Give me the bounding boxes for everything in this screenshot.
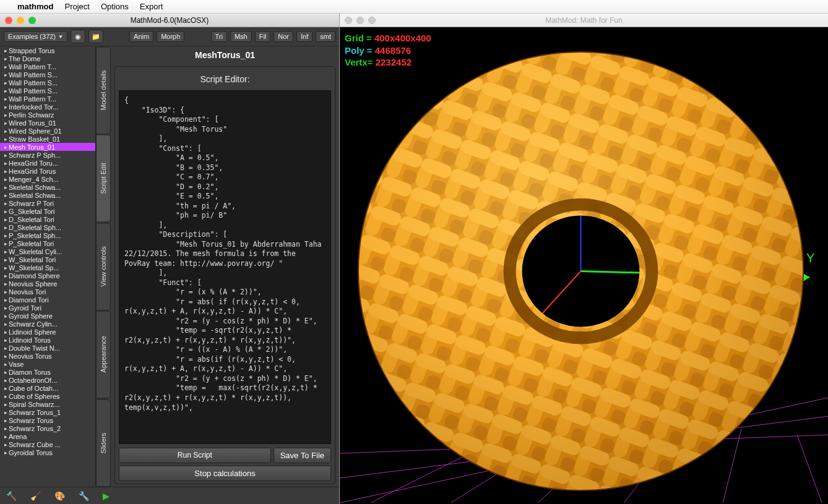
svg-line-14 — [797, 435, 822, 503]
script-editor[interactable]: { "Iso3D": { "Component": [ "Mesh Torus"… — [119, 90, 331, 444]
menu-export[interactable]: Export — [140, 2, 163, 11]
nor-button[interactable]: Nor — [274, 31, 293, 42]
tree-item[interactable]: ▸Strapped Torus — [0, 46, 95, 54]
tree-item[interactable]: ▸Neovius Sphere — [0, 280, 95, 288]
tree-item[interactable]: ▸Wired Sphere_01 — [0, 127, 95, 135]
side-tab[interactable]: Script Edit — [96, 134, 111, 222]
folder-icon[interactable]: 📁 — [88, 30, 103, 43]
tree-item[interactable]: ▸Wall Pattern S... — [0, 79, 95, 87]
script-panel: Script Editor: { "Iso3D": { "Component":… — [114, 66, 335, 484]
tree-item[interactable]: ▸Diamond Sphere — [0, 271, 95, 280]
tree-item[interactable]: ▸Arena — [0, 432, 95, 440]
tree-item[interactable]: ▸Schwarz Torus — [0, 416, 95, 424]
tree-item[interactable]: ▸P_Skeletal Sph... — [0, 231, 95, 239]
tree-item[interactable]: ▸Gyroid Sphere — [0, 312, 95, 320]
minimize-icon[interactable] — [356, 17, 364, 24]
tree-item[interactable]: ▸Cube of Spheres — [0, 392, 95, 400]
render-window: MathMod: Math for Fun Grid = 400x400x400… — [339, 14, 828, 504]
tree-item[interactable]: ▸W_Skeletal Cyli... — [0, 247, 95, 255]
stop-calc-button[interactable]: Stop calculations — [119, 466, 331, 481]
tree-item[interactable]: ▸Schwarz Torus_1 — [0, 408, 95, 416]
zoom-icon[interactable] — [28, 17, 36, 24]
side-tab[interactable]: Sliders — [96, 399, 111, 487]
minimize-icon[interactable] — [17, 17, 24, 24]
side-tab[interactable]: View controls — [96, 223, 111, 310]
close-icon[interactable] — [345, 17, 352, 24]
tree-item[interactable]: ▸W_Skeletal Sp... — [0, 263, 95, 271]
tree-item[interactable]: ▸Wall Pattern T... — [0, 62, 95, 70]
hammer-icon[interactable]: 🔨 — [6, 491, 17, 501]
editor-window: MathMod-6.0(MacOSX) Examples (372)▼ ◉ 📁 … — [0, 14, 339, 504]
zoom-icon[interactable] — [368, 17, 376, 24]
tree-item[interactable]: ▸Perlin Schwarz — [0, 111, 95, 119]
torus-render: Y — [340, 27, 828, 503]
refresh-icon[interactable]: ◉ — [71, 30, 85, 43]
tree-item[interactable]: ▸Interlocked Tor... — [0, 103, 95, 111]
render-title: MathMod: Math for Fun — [340, 16, 828, 25]
tree-item[interactable]: ▸G_Skeletal Tori — [0, 207, 95, 215]
save-to-file-button[interactable]: Save To File — [274, 448, 331, 463]
bottom-toolbar: 🔨 🧹 🎨 🔧 ▶ — [0, 487, 339, 504]
tree-item[interactable]: ▸Skeletal Schwa... — [0, 183, 95, 191]
tree-item[interactable]: ▸Skeletal Schwa... — [0, 191, 95, 199]
tree-item[interactable]: ▸Neovius Tori — [0, 288, 95, 296]
menu-options[interactable]: Options — [101, 2, 129, 11]
play-icon[interactable]: ▶ — [103, 491, 110, 501]
fil-button[interactable]: Fil — [255, 31, 271, 42]
tree-item[interactable]: ▸Mesh Torus_01 — [0, 143, 95, 151]
inf-button[interactable]: Inf — [296, 31, 313, 42]
tree-item[interactable]: ▸Neovius Torus — [0, 352, 95, 360]
tree-item[interactable]: ▸Lidinoid Sphere — [0, 328, 95, 336]
menu-project[interactable]: Project — [65, 2, 90, 11]
tree-item[interactable]: ▸Cube of Octah... — [0, 384, 95, 392]
anim-button[interactable]: Anim — [129, 31, 153, 42]
examples-tree[interactable]: ▸Strapped Torus▸The Dome▸Wall Pattern T.… — [0, 46, 96, 487]
tree-item[interactable]: ▸Schwarz Torus_2 — [0, 424, 95, 432]
side-tab[interactable]: Model details — [96, 46, 111, 134]
tree-item[interactable]: ▸The Dome — [0, 54, 95, 62]
side-tabs: Model detailsScript EditView controlsApp… — [96, 46, 111, 487]
svg-point-20 — [358, 52, 803, 490]
tree-item[interactable]: ▸D_Skeletal Tori — [0, 215, 95, 223]
tree-item[interactable]: ▸Schwarz P Sph... — [0, 151, 95, 159]
tree-item[interactable]: ▸Menger_4 Sch... — [0, 175, 95, 183]
tree-item[interactable]: ▸Spiral Schwarz... — [0, 400, 95, 408]
wrench-icon[interactable]: 🔧 — [79, 491, 89, 501]
msh-button[interactable]: Msh — [230, 31, 252, 42]
tree-item[interactable]: ▸Straw Basket_01 — [0, 135, 95, 143]
palette-icon[interactable]: 🎨 — [54, 491, 65, 501]
run-script-button[interactable]: Run Script — [119, 448, 271, 463]
tree-item[interactable]: ▸OctahedronOf... — [0, 376, 95, 384]
tree-item[interactable]: ▸Wall Pattern T... — [0, 95, 95, 103]
morph-button[interactable]: Morph — [157, 31, 184, 42]
tri-button[interactable]: Tri — [211, 31, 227, 42]
tree-item[interactable]: ▸W_Skeletal Tori — [0, 255, 95, 263]
tree-item[interactable]: ▸Vase — [0, 360, 95, 368]
tree-item[interactable]: ▸Gyroidal Torus — [0, 448, 95, 456]
tree-item[interactable]: ▸D_Skeletal Sph... — [0, 223, 95, 231]
top-toolbar: Examples (372)▼ ◉ 📁 Anim Morph Tri Msh F… — [0, 27, 339, 46]
examples-dropdown[interactable]: Examples (372)▼ — [4, 31, 67, 42]
tree-item[interactable]: ▸Diamon Torus — [0, 368, 95, 376]
tree-item[interactable]: ▸Wall Pattern S... — [0, 87, 95, 95]
tree-item[interactable]: ▸Schwarz P Tori — [0, 199, 95, 207]
tree-item[interactable]: ▸P_Skeletal Tori — [0, 239, 95, 247]
tree-item[interactable]: ▸HexaGrid Torus — [0, 167, 95, 175]
brush-icon[interactable]: 🧹 — [30, 491, 41, 501]
tree-item[interactable]: ▸Gyroid Tori — [0, 304, 95, 312]
tree-item[interactable]: ▸HexaGrid Toru... — [0, 159, 95, 167]
render-titlebar: MathMod: Math for Fun — [340, 14, 828, 27]
render-viewport[interactable]: Grid = 400x400x400Poly = 4468576Vertx= 2… — [340, 27, 828, 504]
close-icon[interactable] — [5, 17, 12, 24]
tree-item[interactable]: ▸Diamond Tori — [0, 296, 95, 304]
tree-item[interactable]: ▸Double Twist N... — [0, 344, 95, 352]
tree-item[interactable]: ▸Wired Torus_01 — [0, 119, 95, 127]
tree-item[interactable]: ▸Schwarz Cylin... — [0, 320, 95, 328]
menu-app[interactable]: mathmod — [17, 2, 54, 11]
smt-button[interactable]: smt — [316, 31, 335, 42]
editor-titlebar: MathMod-6.0(MacOSX) — [0, 14, 339, 27]
tree-item[interactable]: ▸Lidinoid Torus — [0, 336, 95, 344]
tree-item[interactable]: ▸Schwarz Cube ... — [0, 440, 95, 448]
side-tab[interactable]: Appearance — [96, 310, 111, 398]
tree-item[interactable]: ▸Wall Pattern S... — [0, 70, 95, 79]
